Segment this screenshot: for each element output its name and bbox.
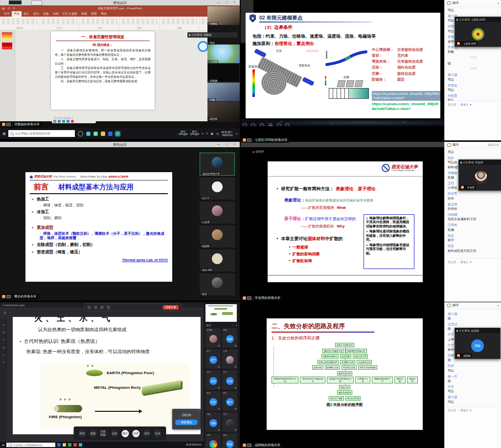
- participant-video-tile[interactable]: ▾ 薛畅: [207, 83, 240, 101]
- start-button[interactable]: ⊞: [2, 443, 4, 447]
- meeting-control[interactable]: 设置: [133, 430, 140, 437]
- member-tile[interactable]: 浩然: [222, 412, 237, 432]
- ribbon-group[interactable]: 幻灯片: [40, 17, 80, 30]
- meeting-control[interactable]: 结束: [154, 430, 161, 437]
- ribbon-group[interactable]: 字体: [80, 17, 120, 30]
- ribbon-group[interactable]: 剪贴板: [0, 17, 40, 30]
- taskbar-search[interactable]: 在这里输入你要搜索的内容: [6, 443, 55, 447]
- prev-icon[interactable]: ◁: [243, 123, 247, 126]
- share-thumbnail[interactable]: [205, 304, 237, 322]
- app-icon[interactable]: [57, 443, 61, 447]
- member-tile[interactable]: 李想 李想: [205, 391, 221, 411]
- search-icon[interactable]: ○: [233, 324, 234, 327]
- system-tray[interactable]: 64°CCPU温度 62°CCPU温度 ∧ ✎ ▦ ◁) 19:32 周二202…: [179, 131, 240, 136]
- page-up-icon[interactable]: ↑: [9, 311, 11, 314]
- lab-link[interactable]: Thermal spray Lab. of XSYU: [30, 258, 168, 262]
- ribbon-tab[interactable]: 切换: [41, 11, 51, 17]
- app-icon[interactable]: [62, 120, 65, 123]
- more-icon[interactable]: …: [285, 123, 290, 126]
- participant-video-tile[interactable]: ▾ 郭晓鹏: [207, 64, 240, 82]
- control-icon[interactable]: 聊天: [122, 430, 129, 437]
- meeting-control[interactable]: 视频: [90, 430, 97, 437]
- volume-icon[interactable]: ◁): [216, 132, 219, 135]
- replay-button[interactable]: 重新播放: [175, 420, 198, 425]
- send-target-select[interactable]: 所有人 ▾: [460, 409, 472, 412]
- app-icon[interactable]: [53, 120, 56, 123]
- chat-input[interactable]: [448, 265, 499, 293]
- taskbar-clock[interactable]: 19:32 周二2022/1/11: [221, 131, 233, 136]
- control-icon[interactable]: 视频: [90, 430, 97, 437]
- ribbon-group-buttons[interactable]: [82, 18, 117, 24]
- erase-tool-icon[interactable]: ◊: [3, 361, 4, 364]
- close-icon[interactable]: ×: [198, 409, 199, 412]
- ribbon-tab[interactable]: 开始: [12, 11, 22, 17]
- ribbon-tab[interactable]: 帮助: [99, 11, 109, 17]
- control-icon[interactable]: 结束: [154, 430, 161, 437]
- send-target-select[interactable]: 所有人 ▾: [460, 261, 472, 264]
- app-icon[interactable]: [58, 120, 61, 123]
- ribbon-tab[interactable]: 幻灯片放映: [61, 11, 79, 17]
- slide-thumbnail[interactable]: [2, 43, 12, 49]
- pen-icon[interactable]: ✎: [260, 123, 264, 126]
- speaker-overlay[interactable]: 正在讲话: 常创秀 ↓ 常创秀: [458, 159, 501, 191]
- chat-input[interactable]: [448, 413, 499, 439]
- pen-icon[interactable]: ✎: [206, 132, 208, 135]
- control-icon[interactable]: 设置: [133, 430, 140, 437]
- cortana-icon[interactable]: [78, 131, 83, 136]
- app-icon[interactable]: [67, 120, 69, 123]
- send-target-select[interactable]: 所有人 ▾: [460, 103, 472, 106]
- menu-icon[interactable]: ▤: [4, 311, 6, 314]
- floating-app-icons[interactable]: [52, 119, 96, 123]
- tray-chevron-icon[interactable]: ∧: [202, 132, 204, 135]
- explorer-icon[interactable]: [63, 443, 66, 447]
- participant-video-tile[interactable]: ▾ 杨骏毅: [200, 225, 235, 247]
- chat-header-menu[interactable]: ▾: [498, 1, 499, 5]
- participant-video-tile[interactable]: ▾ 陈苏: [200, 273, 235, 295]
- participant-video-tile[interactable]: ▾ 董会的屏幕共享: [200, 153, 235, 176]
- participant-video-tile[interactable]: ▾ 周成-658: [200, 249, 235, 271]
- member-tile[interactable]: 鹏飞 鹏飞: [222, 391, 237, 411]
- next-icon[interactable]: ▷: [251, 123, 255, 126]
- highlighter-icon[interactable]: ▣: [268, 123, 273, 126]
- audio-icon[interactable]: [88, 306, 91, 309]
- ribbon-tab[interactable]: 视图: [89, 11, 99, 17]
- members-tab[interactable]: 成员(15): [488, 143, 499, 147]
- ribbon-group-buttons[interactable]: [2, 18, 38, 24]
- ribbon-group-buttons[interactable]: [122, 18, 158, 24]
- wechat-icon[interactable]: [93, 132, 98, 136]
- speaker-overlay[interactable]: 正在讲话: 赵国栋 国栋 ↓ 赵国栋: [455, 328, 501, 359]
- control-icon[interactable]: 共享屏幕: [100, 430, 108, 437]
- slide-thumbnail-pane[interactable]: [0, 30, 15, 121]
- document-tab[interactable]: 1-Introduction.pptx: [2, 304, 25, 307]
- meeting-control[interactable]: 共享屏幕: [100, 430, 108, 437]
- page-down-icon[interactable]: ↓: [13, 311, 15, 314]
- window-controls[interactable]: — □ ×: [217, 142, 238, 146]
- video-icon[interactable]: [94, 306, 97, 309]
- end-share-button[interactable]: 结束共享: [163, 305, 179, 310]
- edge-icon[interactable]: [86, 132, 91, 136]
- ribbon-tab[interactable]: 动画: [51, 11, 61, 17]
- participant-video-tile[interactable]: ▾ 张正华: [200, 178, 235, 200]
- participant-video-tile[interactable]: ▾ 张雅妮: [207, 6, 240, 25]
- video-url-link[interactable]: https://v.youku.com/v_show/id_XMjU5MzYwN…: [372, 102, 439, 112]
- member-tile[interactable]: 文杰 文杰: [222, 370, 237, 390]
- member-tile[interactable]: 国斌 国斌: [222, 328, 237, 348]
- members-icon[interactable]: [100, 306, 104, 309]
- ribbon-group-buttons[interactable]: [42, 18, 78, 24]
- member-tile[interactable]: 李宁 李宁: [205, 349, 221, 369]
- network-icon[interactable]: ▦: [211, 132, 213, 135]
- meeting-app-icon[interactable]: [79, 443, 82, 447]
- member-tile[interactable]: 明远 明远: [222, 433, 237, 448]
- explorer-icon[interactable]: [101, 132, 105, 136]
- control-icon[interactable]: 录制: [143, 430, 151, 437]
- window-controls[interactable]: — □ ×: [217, 0, 238, 4]
- app-icon[interactable]: [68, 443, 71, 447]
- speaker-overlay[interactable]: 正在讲话: 七彩虹1905 ↓ 七彩虹1905: [455, 17, 501, 47]
- more-icon[interactable]: [107, 306, 110, 309]
- app-icon[interactable]: [71, 120, 74, 123]
- meeting-control[interactable]: 静音: [79, 430, 86, 437]
- ribbon-group[interactable]: 段落: [120, 17, 160, 30]
- participant-video-tile[interactable]: ▾ 王洪鹏: [207, 45, 240, 63]
- app-icon[interactable]: [73, 443, 77, 447]
- member-tile[interactable]: 永强 永强: [205, 370, 221, 390]
